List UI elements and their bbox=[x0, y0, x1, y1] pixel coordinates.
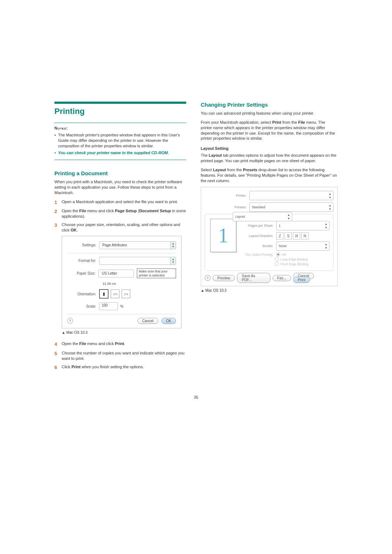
pps-label: Pages per Sheet: bbox=[241, 224, 276, 227]
left-column: Printing Notes: • The Macintosh printer'… bbox=[54, 102, 186, 373]
dropdown-arrows-icon: ▴▾ bbox=[325, 222, 327, 229]
print-dialog-figure: Printer: ▴▾ Presets: Standard▴▾ Layout▴▾… bbox=[201, 187, 338, 286]
settings-label: Settings: bbox=[67, 243, 99, 247]
layout-para1: The Layout tab provides options to adjus… bbox=[201, 153, 338, 164]
step-2: 2 Open the File menu and click Page Setu… bbox=[54, 208, 186, 219]
layout-tab-dropdown[interactable]: Layout▴▾ bbox=[233, 212, 292, 221]
presets-dropdown[interactable]: Standard▴▾ bbox=[249, 202, 334, 212]
step-4: 4 Open the File menu and click Print. bbox=[54, 341, 186, 348]
layout-preview: 1 bbox=[210, 219, 236, 252]
save-pdf-button[interactable]: Save As PDF... bbox=[237, 273, 270, 283]
section1-para: When you print with a Macintosh, you nee… bbox=[54, 179, 186, 196]
notes-label: Notes: bbox=[54, 126, 186, 130]
right-para1: You can use advanced printing features w… bbox=[201, 111, 338, 116]
tsp-off-radio[interactable] bbox=[276, 253, 280, 257]
format-label: Format for: bbox=[67, 259, 99, 263]
step-5: 5 Choose the number of copies you want a… bbox=[54, 350, 186, 361]
note-bullet-2: • You can check your printer name in the… bbox=[54, 150, 186, 156]
pps-dropdown[interactable]: 1▴▾ bbox=[276, 221, 330, 230]
page-number: 35 bbox=[54, 395, 338, 399]
step-1: 1 Open a Macintosh application and selec… bbox=[54, 199, 186, 206]
dropdown-arrows-icon: ▴▾ bbox=[170, 257, 176, 264]
print-button[interactable]: Print bbox=[293, 277, 310, 283]
paper-dropdown[interactable]: US Letter bbox=[98, 270, 134, 278]
tsp-short-radio[interactable] bbox=[275, 262, 279, 266]
preview-button[interactable]: Preview bbox=[213, 275, 235, 281]
presets-label: Presets: bbox=[219, 205, 249, 209]
layout-setting-title: Layout Setting bbox=[201, 146, 338, 151]
paper-label: Paper Size: bbox=[67, 271, 98, 275]
tsp-short-row: Short Edge Binding bbox=[275, 262, 330, 266]
fax-button[interactable]: Fax... bbox=[273, 275, 291, 281]
orientation-label: Orientation: bbox=[67, 292, 99, 296]
figure2-caption: ▲ Mac OS 10.3 bbox=[201, 288, 338, 292]
right-column: Changing Printer Settings You can use ad… bbox=[201, 102, 338, 373]
tsp-long-row: Long-Edge Binding bbox=[275, 257, 330, 261]
help-icon[interactable]: ? bbox=[205, 275, 211, 281]
figure1-caption: ▲ Mac OS 10.3 bbox=[62, 331, 186, 335]
changing-settings-title: Changing Printer Settings bbox=[201, 102, 338, 108]
dir-label: Layout Direction: bbox=[241, 234, 276, 238]
layout-para2: Select Layout from the Presets drop-down… bbox=[201, 167, 338, 184]
direction-n2-icon[interactable]: N bbox=[301, 232, 309, 239]
notes-box: Notes: • The Macintosh printer's propert… bbox=[54, 123, 186, 160]
dropdown-arrows-icon: ▴▾ bbox=[170, 242, 176, 249]
printer-label: Printer: bbox=[219, 194, 249, 197]
scale-input[interactable]: 100 bbox=[99, 302, 118, 310]
printer-dropdown[interactable]: ▴▾ bbox=[249, 191, 334, 200]
printer-callout: Make sure that your printer is selected. bbox=[137, 268, 176, 279]
format-dropdown[interactable]: ▴▾ bbox=[99, 257, 176, 265]
tsp-label: Two Sided Printing: bbox=[241, 253, 276, 257]
title-bar bbox=[54, 102, 186, 104]
orientation-reverse-icon[interactable]: ▭ bbox=[122, 290, 130, 298]
note-bullet-1: • The Macintosh printer's properties win… bbox=[54, 132, 186, 149]
direction-z-icon[interactable]: Z bbox=[276, 232, 283, 239]
direction-s-icon[interactable]: S bbox=[285, 232, 292, 239]
step-3: 3 Choose your paper size, orientation, s… bbox=[54, 222, 186, 233]
direction-n1-icon[interactable]: И bbox=[293, 232, 300, 239]
section-printing-doc: Printing a Document bbox=[54, 170, 186, 176]
cancel-button[interactable]: Cancel bbox=[138, 318, 158, 324]
main-title: Printing bbox=[54, 107, 186, 116]
tsp-long-radio[interactable] bbox=[275, 257, 279, 261]
dropdown-arrows-icon: ▴▾ bbox=[288, 213, 290, 220]
step-6: 6 Click Print when you finish setting th… bbox=[54, 364, 186, 371]
ok-button[interactable]: OK bbox=[162, 318, 176, 324]
right-para2: From your Macintosh application, select … bbox=[201, 120, 338, 141]
settings-dropdown[interactable]: Page Attributes ▴▾ bbox=[99, 241, 176, 249]
scale-label: Scale: bbox=[67, 304, 99, 308]
dropdown-arrows-icon: ▴▾ bbox=[329, 204, 331, 211]
border-label: Border: bbox=[241, 244, 276, 248]
border-dropdown[interactable]: None▴▾ bbox=[276, 241, 330, 251]
paper-dim: 21.59 cm bbox=[103, 282, 116, 286]
orientation-landscape-icon[interactable]: ▭ bbox=[111, 290, 119, 298]
page-setup-figure: Settings: Page Attributes ▴▾ Format for:… bbox=[62, 236, 181, 329]
dropdown-arrows-icon: ▴▾ bbox=[325, 242, 327, 250]
dropdown-arrows-icon: ▴▾ bbox=[329, 192, 331, 199]
orientation-portrait-icon[interactable]: ▮ bbox=[99, 289, 109, 299]
help-icon[interactable]: ? bbox=[67, 318, 73, 324]
